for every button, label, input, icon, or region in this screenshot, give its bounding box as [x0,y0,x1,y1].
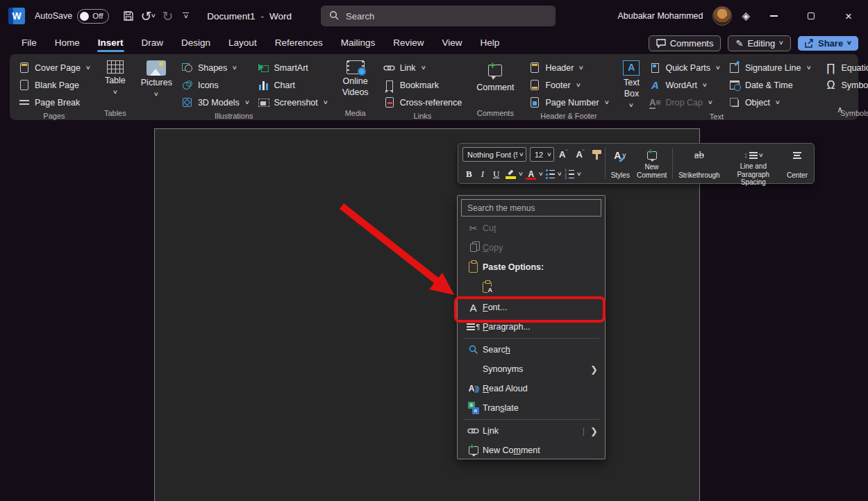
menu-item-new-comment[interactable]: + New Comment [458,441,605,460]
menu-item-paragraph[interactable]: ¶ Paragraph... [458,317,605,337]
premium-gem-icon[interactable]: ◈ [742,10,750,22]
smartart-button[interactable]: SmartArt [253,59,332,76]
icons-button[interactable]: Icons [177,76,253,94]
grow-font-button[interactable]: Aˆ [556,148,571,160]
user-name[interactable]: Abubakar Mohammed [617,11,703,21]
paste-option-keep-text-only[interactable] [458,277,605,298]
menu-search-input[interactable] [467,203,595,213]
comments-button[interactable]: Comments [649,35,721,51]
menu-item-translate[interactable]: Translate [458,398,605,418]
minimize-button[interactable] [760,6,787,26]
chevron-down-icon[interactable]: ∨ [576,171,582,177]
text-highlight-color-button[interactable] [506,170,516,179]
symbol-button[interactable]: ΩSymbol∨ [820,76,868,94]
tab-design[interactable]: Design [172,34,219,53]
editing-mode-button[interactable]: ✎ Editing ∨ [728,35,791,51]
customize-quick-access-button[interactable]: ∨ [183,12,189,20]
link-label: Link [400,63,416,73]
maximize-button[interactable] [797,6,825,26]
underline-button[interactable]: U [490,169,503,180]
page-number-button[interactable]: Page Number∨ [524,94,612,111]
save-button[interactable] [119,6,138,26]
quick-parts-button[interactable]: Quick Parts∨ [644,59,724,76]
pictures-button[interactable]: Pictures ∨ [136,57,177,99]
footer-button[interactable]: Footer∨ [524,76,612,94]
drop-cap-button[interactable]: A≡Drop Cap∨ [644,94,724,111]
menu-item-font[interactable]: A Font... [458,298,605,317]
autosave-toggle[interactable]: Off [77,9,109,24]
page-break-button[interactable]: Page Break [14,94,94,111]
cross-reference-button[interactable]: Cross-reference [379,94,467,111]
tab-view[interactable]: View [433,34,471,53]
search-box[interactable] [321,6,556,26]
styles-button[interactable]: A∨ Styles [608,146,633,180]
shapes-button[interactable]: Shapes∨ [177,59,253,76]
line-paragraph-spacing-button[interactable]: ↕∨ Line andParagraph Spacing [724,146,783,180]
online-videos-button[interactable]: OnlineVideos [337,57,374,99]
object-button[interactable]: Object∨ [724,94,815,111]
menu-item-synonyms[interactable]: Synonyms ❯ [458,359,605,379]
menu-search-box[interactable] [461,199,601,216]
menu-item-link[interactable]: Link | ❯ [458,421,605,441]
font-name-combobox[interactable]: Nothing Font (5x7)∨ [462,147,526,162]
search-input[interactable] [346,11,547,22]
3d-models-button[interactable]: 3D Models∨ [177,94,253,111]
translate-icon [464,403,483,414]
header-footer-group-label: Header & Footer [524,111,612,123]
redo-button[interactable]: ↻ [158,6,177,26]
online-videos-icon [347,60,365,74]
cover-page-button[interactable]: Cover Page∨ [14,59,94,76]
tab-help[interactable]: Help [471,34,509,53]
bold-button[interactable]: B [462,169,476,180]
smartart-icon [258,64,270,72]
collapse-ribbon-button[interactable]: ∧ [831,103,849,116]
tab-file[interactable]: File [12,34,46,53]
numbering-button[interactable]: 123 [565,169,574,179]
chevron-down-icon: ∨ [621,153,627,158]
tab-references[interactable]: References [266,34,332,53]
chart-button[interactable]: Chart [253,76,332,94]
autosave-control[interactable]: AutoSave Off [35,9,109,24]
date-time-button[interactable]: Date & Time [724,76,815,94]
font-color-button[interactable]: A [526,169,536,179]
tab-layout[interactable]: Layout [219,34,266,53]
strikethrough-button[interactable]: ab Strikethrough [675,146,723,180]
signature-line-button[interactable]: Signature Line∨ [724,59,815,76]
chevron-down-icon[interactable]: ∨ [518,171,524,177]
center-button[interactable]: Center [783,146,811,180]
text-box-button[interactable]: A TextBox ∨ [618,57,644,112]
format-painter-button[interactable] [592,150,601,160]
new-comment-button[interactable]: + NewComment [633,146,670,180]
share-button[interactable]: Share ∨ [798,36,858,51]
comment-button[interactable]: + Comment [471,57,519,95]
menu-item-read-aloud[interactable]: A))) Read Aloud [458,379,605,398]
screenshot-button[interactable]: Screenshot∨ [253,94,332,111]
menu-item-search[interactable]: Search [458,340,605,359]
word-app-icon[interactable]: W [8,8,25,24]
user-avatar[interactable] [712,6,732,26]
equation-button[interactable]: ∏Equation∨ [820,59,868,76]
wordart-button[interactable]: AWordArt∨ [644,76,724,94]
chevron-down-icon: ∨ [575,83,581,88]
menu-item-copy[interactable]: Copy [458,238,605,257]
chevron-down-icon[interactable]: ∨ [557,171,562,177]
menu-item-cut[interactable]: ✂ Cut [458,219,605,238]
link-button[interactable]: Link∨ [379,59,467,76]
bullets-button[interactable] [546,169,555,179]
header-button[interactable]: Header∨ [524,59,612,76]
tab-review[interactable]: Review [384,34,433,53]
italic-button[interactable]: I [477,169,488,180]
close-button[interactable]: × [835,6,862,26]
font-size-combobox[interactable]: 12∨ [530,147,554,162]
tab-mailings[interactable]: Mailings [332,34,385,53]
tab-draw[interactable]: Draw [133,34,173,53]
table-button[interactable]: Table ∨ [100,57,131,96]
blank-page-button[interactable]: Blank Page [14,76,94,94]
tab-home[interactable]: Home [46,34,89,53]
bookmark-button[interactable]: Bookmark [379,76,467,94]
chevron-down-icon[interactable]: ∨ [538,171,544,177]
shrink-font-button[interactable]: Aˇ [572,148,587,160]
undo-button[interactable]: ↺∨ [138,6,158,26]
tab-insert[interactable]: Insert [89,34,133,53]
document-page[interactable] [154,128,700,501]
